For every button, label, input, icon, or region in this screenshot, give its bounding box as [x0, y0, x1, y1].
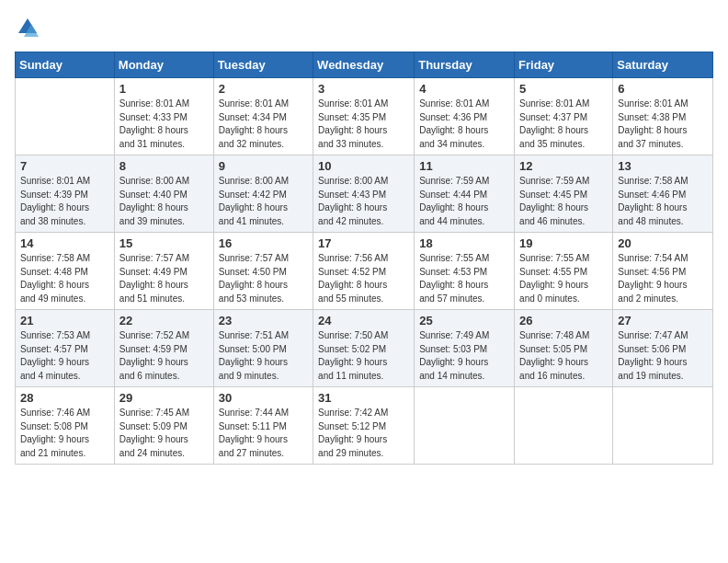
logo	[15, 15, 44, 40]
day-cell: 22Sunrise: 7:52 AM Sunset: 4:59 PM Dayli…	[114, 310, 213, 387]
day-info: Sunrise: 7:58 AM Sunset: 4:46 PM Dayligh…	[618, 175, 708, 228]
day-number: 22	[119, 314, 209, 327]
day-number: 16	[219, 236, 308, 250]
day-info: Sunrise: 7:55 AM Sunset: 4:53 PM Dayligh…	[419, 252, 509, 305]
day-number: 29	[119, 391, 209, 405]
day-number: 26	[519, 314, 608, 327]
day-cell: 6Sunrise: 8:01 AM Sunset: 4:38 PM Daylig…	[613, 78, 713, 155]
week-row-2: 7Sunrise: 8:01 AM Sunset: 4:39 PM Daylig…	[16, 155, 713, 233]
day-number: 6	[618, 82, 708, 96]
day-info: Sunrise: 7:57 AM Sunset: 4:50 PM Dayligh…	[219, 252, 308, 305]
day-cell: 27Sunrise: 7:47 AM Sunset: 5:06 PM Dayli…	[613, 310, 713, 387]
day-number: 30	[219, 391, 308, 405]
day-cell: 11Sunrise: 7:59 AM Sunset: 4:44 PM Dayli…	[415, 155, 515, 233]
day-info: Sunrise: 8:00 AM Sunset: 4:40 PM Dayligh…	[119, 175, 209, 228]
day-cell: 18Sunrise: 7:55 AM Sunset: 4:53 PM Dayli…	[415, 233, 515, 310]
day-number: 5	[519, 82, 608, 96]
day-info: Sunrise: 7:57 AM Sunset: 4:49 PM Dayligh…	[119, 252, 209, 305]
day-number: 11	[419, 159, 509, 173]
day-number: 28	[20, 391, 109, 405]
week-row-1: 1Sunrise: 8:01 AM Sunset: 4:33 PM Daylig…	[16, 78, 713, 155]
day-info: Sunrise: 7:54 AM Sunset: 4:56 PM Dayligh…	[618, 252, 708, 305]
day-info: Sunrise: 7:52 AM Sunset: 4:59 PM Dayligh…	[119, 329, 209, 383]
weekday-friday: Friday	[515, 52, 613, 78]
day-cell: 13Sunrise: 7:58 AM Sunset: 4:46 PM Dayli…	[613, 155, 713, 233]
day-cell: 14Sunrise: 7:58 AM Sunset: 4:48 PM Dayli…	[16, 233, 115, 310]
day-number: 20	[618, 236, 708, 250]
day-number: 1	[119, 82, 209, 96]
page-header	[15, 15, 713, 40]
day-cell	[515, 387, 613, 465]
day-info: Sunrise: 8:00 AM Sunset: 4:43 PM Dayligh…	[318, 175, 409, 228]
calendar-body: 1Sunrise: 8:01 AM Sunset: 4:33 PM Daylig…	[16, 78, 713, 465]
day-number: 18	[419, 236, 509, 250]
day-number: 3	[318, 82, 409, 96]
day-number: 27	[618, 314, 708, 327]
day-info: Sunrise: 7:48 AM Sunset: 5:05 PM Dayligh…	[519, 329, 608, 383]
day-info: Sunrise: 8:00 AM Sunset: 4:42 PM Dayligh…	[219, 175, 308, 228]
day-number: 19	[519, 236, 608, 250]
day-info: Sunrise: 7:46 AM Sunset: 5:08 PM Dayligh…	[20, 407, 109, 460]
day-number: 9	[219, 159, 308, 173]
day-cell: 3Sunrise: 8:01 AM Sunset: 4:35 PM Daylig…	[313, 78, 415, 155]
calendar-table: SundayMondayTuesdayWednesdayThursdayFrid…	[15, 52, 713, 465]
week-row-4: 21Sunrise: 7:53 AM Sunset: 4:57 PM Dayli…	[16, 310, 713, 387]
logo-icon	[15, 15, 40, 40]
day-cell: 21Sunrise: 7:53 AM Sunset: 4:57 PM Dayli…	[16, 310, 115, 387]
day-cell: 7Sunrise: 8:01 AM Sunset: 4:39 PM Daylig…	[16, 155, 115, 233]
day-info: Sunrise: 7:50 AM Sunset: 5:02 PM Dayligh…	[318, 329, 409, 383]
day-number: 24	[318, 314, 409, 327]
day-cell: 23Sunrise: 7:51 AM Sunset: 5:00 PM Dayli…	[213, 310, 313, 387]
day-cell: 12Sunrise: 7:59 AM Sunset: 4:45 PM Dayli…	[515, 155, 613, 233]
day-cell: 20Sunrise: 7:54 AM Sunset: 4:56 PM Dayli…	[613, 233, 713, 310]
day-cell: 9Sunrise: 8:00 AM Sunset: 4:42 PM Daylig…	[213, 155, 313, 233]
day-info: Sunrise: 8:01 AM Sunset: 4:37 PM Dayligh…	[519, 98, 608, 151]
weekday-wednesday: Wednesday	[313, 52, 415, 78]
day-number: 7	[20, 159, 109, 173]
day-info: Sunrise: 8:01 AM Sunset: 4:39 PM Dayligh…	[20, 175, 109, 228]
day-info: Sunrise: 7:56 AM Sunset: 4:52 PM Dayligh…	[318, 252, 409, 305]
day-number: 25	[419, 314, 509, 327]
day-cell: 26Sunrise: 7:48 AM Sunset: 5:05 PM Dayli…	[515, 310, 613, 387]
day-info: Sunrise: 8:01 AM Sunset: 4:33 PM Dayligh…	[119, 98, 209, 151]
day-number: 15	[119, 236, 209, 250]
day-cell	[16, 78, 115, 155]
day-cell: 24Sunrise: 7:50 AM Sunset: 5:02 PM Dayli…	[313, 310, 415, 387]
day-cell: 2Sunrise: 8:01 AM Sunset: 4:34 PM Daylig…	[213, 78, 313, 155]
day-number: 31	[318, 391, 409, 405]
weekday-monday: Monday	[114, 52, 213, 78]
day-cell: 10Sunrise: 8:00 AM Sunset: 4:43 PM Dayli…	[313, 155, 415, 233]
day-cell: 28Sunrise: 7:46 AM Sunset: 5:08 PM Dayli…	[16, 387, 115, 465]
day-cell: 29Sunrise: 7:45 AM Sunset: 5:09 PM Dayli…	[114, 387, 213, 465]
day-info: Sunrise: 7:44 AM Sunset: 5:11 PM Dayligh…	[219, 407, 308, 460]
day-number: 17	[318, 236, 409, 250]
day-info: Sunrise: 8:01 AM Sunset: 4:35 PM Dayligh…	[318, 98, 409, 151]
day-info: Sunrise: 8:01 AM Sunset: 4:38 PM Dayligh…	[618, 98, 708, 151]
day-cell: 31Sunrise: 7:42 AM Sunset: 5:12 PM Dayli…	[313, 387, 415, 465]
day-info: Sunrise: 7:58 AM Sunset: 4:48 PM Dayligh…	[20, 252, 109, 305]
day-cell: 8Sunrise: 8:00 AM Sunset: 4:40 PM Daylig…	[114, 155, 213, 233]
day-info: Sunrise: 8:01 AM Sunset: 4:36 PM Dayligh…	[419, 98, 509, 151]
day-cell: 1Sunrise: 8:01 AM Sunset: 4:33 PM Daylig…	[114, 78, 213, 155]
weekday-tuesday: Tuesday	[213, 52, 313, 78]
day-number: 8	[119, 159, 209, 173]
day-info: Sunrise: 7:59 AM Sunset: 4:45 PM Dayligh…	[519, 175, 608, 228]
weekday-header-row: SundayMondayTuesdayWednesdayThursdayFrid…	[16, 52, 713, 78]
weekday-thursday: Thursday	[415, 52, 515, 78]
day-cell: 19Sunrise: 7:55 AM Sunset: 4:55 PM Dayli…	[515, 233, 613, 310]
day-cell: 16Sunrise: 7:57 AM Sunset: 4:50 PM Dayli…	[213, 233, 313, 310]
day-number: 13	[618, 159, 708, 173]
day-info: Sunrise: 7:49 AM Sunset: 5:03 PM Dayligh…	[419, 329, 509, 383]
day-cell: 15Sunrise: 7:57 AM Sunset: 4:49 PM Dayli…	[114, 233, 213, 310]
day-info: Sunrise: 7:47 AM Sunset: 5:06 PM Dayligh…	[618, 329, 708, 383]
day-number: 2	[219, 82, 308, 96]
day-number: 23	[219, 314, 308, 327]
day-number: 12	[519, 159, 608, 173]
day-number: 4	[419, 82, 509, 96]
day-info: Sunrise: 7:53 AM Sunset: 4:57 PM Dayligh…	[20, 329, 109, 383]
day-number: 21	[20, 314, 109, 327]
day-info: Sunrise: 8:01 AM Sunset: 4:34 PM Dayligh…	[219, 98, 308, 151]
week-row-5: 28Sunrise: 7:46 AM Sunset: 5:08 PM Dayli…	[16, 387, 713, 465]
weekday-saturday: Saturday	[613, 52, 713, 78]
day-cell: 30Sunrise: 7:44 AM Sunset: 5:11 PM Dayli…	[213, 387, 313, 465]
